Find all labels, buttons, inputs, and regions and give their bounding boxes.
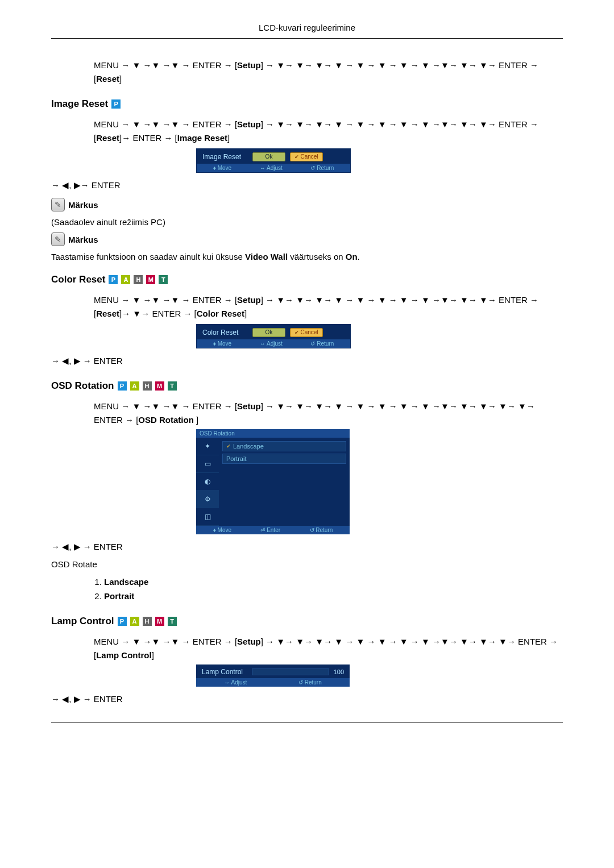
note-video-wall: Taastamise funktsioon on saadav ainult k… bbox=[51, 252, 563, 261]
badge-m-icon: M bbox=[146, 275, 155, 284]
badge-m-icon: M bbox=[155, 617, 164, 626]
color-reset-enter: → ◀, ▶ → ENTER bbox=[51, 354, 563, 368]
badge-t-icon: T bbox=[168, 617, 177, 626]
osd-footer-return: ↺ Return bbox=[310, 165, 334, 171]
osd-rotate-options: Landscape Portrait bbox=[94, 575, 563, 603]
section-osd-rotation: OSD Rotation P A H M T bbox=[51, 380, 563, 392]
osd-footer-move: ♦ Move bbox=[213, 165, 231, 171]
osd-slider-value: 100 bbox=[334, 668, 344, 675]
badge-h-icon: H bbox=[143, 617, 152, 626]
osd-rotation-menu: OSD Rotation ✦ ▭ ◐ ⚙ ◫ ✔Landscape Portra… bbox=[196, 429, 350, 534]
osd-footer-enter: ⏎ Enter bbox=[260, 527, 280, 533]
menu-tab-icon[interactable]: ▭ bbox=[196, 455, 219, 473]
menu-tab-icon[interactable]: ◫ bbox=[196, 508, 219, 526]
menu-tab-icon[interactable]: ✦ bbox=[196, 438, 219, 455]
osd-option-portrait[interactable]: Portrait bbox=[222, 454, 346, 464]
menu-tab-icon[interactable]: ⚙ bbox=[196, 491, 219, 508]
osd-dialog-title: Image Reset bbox=[202, 153, 248, 161]
option-landscape: Landscape bbox=[104, 577, 148, 587]
badge-m-icon: M bbox=[155, 381, 164, 391]
badge-a-icon: A bbox=[130, 381, 139, 391]
osd-ok-button[interactable]: Ok bbox=[252, 152, 285, 161]
option-portrait: Portrait bbox=[104, 591, 134, 601]
osd-footer-adjust: ↔ Adjust bbox=[260, 165, 283, 171]
osd-menu-title: OSD Rotation bbox=[196, 429, 350, 438]
footer-divider bbox=[51, 722, 563, 722]
osd-cancel-button[interactable]: ✔Cancel bbox=[290, 328, 323, 337]
osd-option-landscape[interactable]: ✔Landscape bbox=[222, 441, 346, 451]
osd-footer-return: ↺ Return bbox=[310, 527, 333, 533]
note-icon: ✎ bbox=[51, 232, 65, 246]
note-label: Märkus bbox=[68, 235, 98, 244]
osd-footer-move: ♦ Move bbox=[213, 340, 231, 347]
osd-footer-return: ↺ Return bbox=[310, 340, 334, 347]
image-reset-path: MENU → ▼ →▼ →▼ → ENTER → [Setup] → ▼→ ▼→… bbox=[94, 118, 563, 145]
osd-slider-title: Lamp Control bbox=[202, 668, 247, 676]
menu-tab-icon[interactable]: ◐ bbox=[196, 473, 219, 491]
osd-footer-adjust: ↔ Adjust bbox=[260, 340, 283, 347]
osd-rotation-enter: → ◀, ▶ → ENTER bbox=[51, 540, 563, 554]
page-header: LCD-kuvari reguleerimine bbox=[51, 23, 563, 39]
osd-footer-adjust: ↔ Adjust bbox=[224, 679, 247, 686]
image-reset-enter: → ◀, ▶→ ENTER bbox=[51, 178, 563, 192]
color-reset-path: MENU → ▼ →▼ →▼ → ENTER → [Setup] → ▼→ ▼→… bbox=[94, 293, 563, 321]
badge-h-icon: H bbox=[143, 381, 152, 391]
osd-cancel-button[interactable]: ✔Cancel bbox=[290, 152, 323, 161]
badge-h-icon: H bbox=[134, 275, 143, 284]
osd-dialog-title: Color Reset bbox=[202, 329, 248, 337]
reset-path: MENU → ▼ →▼ →▼ → ENTER → [Setup] → ▼→ ▼→… bbox=[94, 59, 563, 86]
osd-lamp-control-slider: Lamp Control 100 ↔ Adjust ↺ Return bbox=[196, 665, 350, 687]
section-image-reset: Image Reset P bbox=[51, 98, 563, 110]
note-pc-only: (Saadaolev ainult režiimis PC) bbox=[51, 217, 563, 227]
section-color-reset: Color Reset P A H M T bbox=[51, 274, 563, 285]
badge-t-icon: T bbox=[168, 381, 177, 391]
osd-color-reset-dialog: Color Reset Ok ✔Cancel ♦ Move ↔ Adjust ↺… bbox=[196, 324, 351, 348]
osd-rotation-path: MENU → ▼ →▼ →▼ → ENTER → [Setup] → ▼→ ▼→… bbox=[94, 400, 563, 427]
osd-slider-track[interactable] bbox=[252, 668, 329, 675]
lamp-control-enter: → ◀, ▶ → ENTER bbox=[51, 692, 563, 706]
osd-image-reset-dialog: Image Reset Ok ✔Cancel ♦ Move ↔ Adjust ↺… bbox=[196, 148, 351, 173]
badge-p-icon: P bbox=[118, 381, 127, 391]
badge-a-icon: A bbox=[130, 617, 139, 626]
section-lamp-control: Lamp Control P A H M T bbox=[51, 616, 563, 627]
osd-rotate-label: OSD Rotate bbox=[51, 559, 563, 569]
lamp-control-path: MENU → ▼ →▼ →▼ → ENTER → [Setup] → ▼→ ▼→… bbox=[94, 635, 563, 662]
badge-p-icon: P bbox=[111, 99, 121, 109]
badge-a-icon: A bbox=[121, 275, 130, 284]
note-label: Märkus bbox=[68, 200, 98, 210]
badge-p-icon: P bbox=[118, 617, 127, 626]
badge-t-icon: T bbox=[159, 275, 168, 284]
note-icon: ✎ bbox=[51, 198, 65, 211]
badge-p-icon: P bbox=[109, 275, 118, 284]
osd-footer-move: ♦ Move bbox=[213, 527, 231, 533]
osd-ok-button[interactable]: Ok bbox=[252, 328, 285, 337]
osd-footer-return: ↺ Return bbox=[298, 679, 322, 686]
